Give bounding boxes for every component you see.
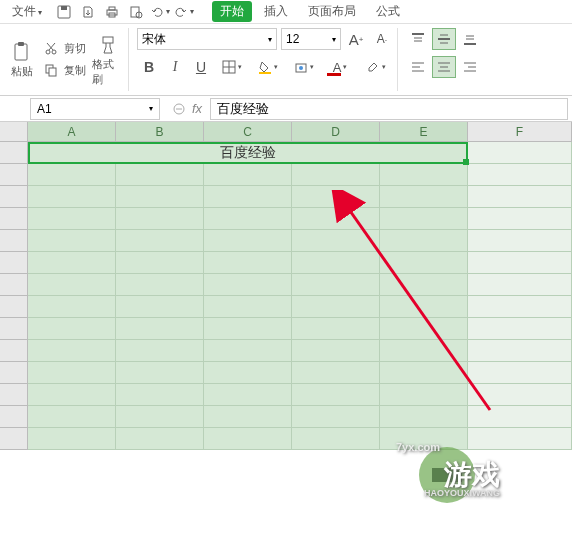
cell[interactable] [380,274,468,296]
cell[interactable] [204,318,292,340]
cell[interactable] [204,340,292,362]
cell[interactable] [380,230,468,252]
italic-button[interactable]: I [163,56,187,78]
font-name-select[interactable]: 宋体 ▾ [137,28,277,50]
cell[interactable] [292,296,380,318]
file-menu[interactable]: 文件▾ [4,1,50,22]
redo-icon[interactable]: ▾ [174,2,194,22]
row-header[interactable] [0,428,28,450]
copy-button[interactable]: 复制 [40,61,90,81]
cell[interactable] [468,362,572,384]
row-header[interactable] [0,274,28,296]
cell[interactable] [380,186,468,208]
align-middle-button[interactable] [432,28,456,50]
cell[interactable] [380,318,468,340]
cell[interactable] [468,142,572,164]
cell[interactable] [292,340,380,362]
col-header[interactable]: D [292,122,380,142]
cell[interactable] [116,296,204,318]
cell[interactable] [28,406,116,428]
row-header[interactable] [0,406,28,428]
cell[interactable] [116,230,204,252]
row-header[interactable] [0,318,28,340]
row-header[interactable] [0,384,28,406]
cell[interactable] [292,274,380,296]
cell[interactable] [116,406,204,428]
cell[interactable] [468,208,572,230]
underline-button[interactable]: U [189,56,213,78]
cell[interactable] [292,186,380,208]
row-header[interactable] [0,340,28,362]
cell[interactable] [28,318,116,340]
print-preview-icon[interactable] [126,2,146,22]
col-header[interactable]: B [116,122,204,142]
align-bottom-button[interactable] [458,28,482,50]
cell[interactable] [380,208,468,230]
cell[interactable] [204,296,292,318]
align-left-button[interactable] [406,56,430,78]
col-header[interactable]: F [468,122,572,142]
cell[interactable] [292,384,380,406]
highlight-button[interactable]: ▾ [359,56,393,78]
cells-area[interactable]: 百度经验 [28,142,572,450]
cell[interactable] [204,362,292,384]
cell[interactable] [116,252,204,274]
fx-label[interactable]: fx [192,101,202,116]
cell[interactable] [28,164,116,186]
cut-button[interactable]: 剪切 [40,39,90,59]
cell[interactable] [116,384,204,406]
cell[interactable] [116,164,204,186]
name-box[interactable]: A1 ▾ [30,98,160,120]
cell[interactable] [292,362,380,384]
cell[interactable] [380,164,468,186]
align-center-button[interactable] [432,56,456,78]
cell[interactable] [292,406,380,428]
merged-cell-a1[interactable]: 百度经验 [28,142,468,164]
export-icon[interactable] [78,2,98,22]
row-header[interactable] [0,164,28,186]
cell[interactable] [380,384,468,406]
tab-home[interactable]: 开始 [212,1,252,22]
cancel-icon[interactable] [172,102,186,116]
cell[interactable] [380,296,468,318]
cell[interactable] [116,362,204,384]
cell[interactable] [28,296,116,318]
col-header[interactable]: E [380,122,468,142]
cell[interactable] [204,186,292,208]
row-header[interactable] [0,208,28,230]
cell[interactable] [28,428,116,450]
tab-page-layout[interactable]: 页面布局 [300,1,364,22]
cell[interactable] [468,296,572,318]
align-right-button[interactable] [458,56,482,78]
undo-icon[interactable]: ▾ [150,2,170,22]
font-size-select[interactable]: 12 ▾ [281,28,341,50]
cell[interactable] [204,164,292,186]
formula-input[interactable]: 百度经验 [210,98,568,120]
col-header[interactable]: C [204,122,292,142]
cell[interactable] [468,230,572,252]
cell[interactable] [28,186,116,208]
cell[interactable] [468,252,572,274]
cell[interactable] [116,208,204,230]
cell[interactable] [468,164,572,186]
cell[interactable] [116,340,204,362]
cell[interactable] [204,274,292,296]
col-header[interactable]: A [28,122,116,142]
cell[interactable] [28,362,116,384]
cell[interactable] [468,274,572,296]
cell[interactable] [116,274,204,296]
cell[interactable] [28,208,116,230]
cell[interactable] [116,428,204,450]
row-header[interactable] [0,252,28,274]
row-header[interactable] [0,230,28,252]
cell[interactable] [468,340,572,362]
cell[interactable] [292,252,380,274]
cell[interactable] [204,208,292,230]
row-header[interactable] [0,362,28,384]
cell[interactable] [28,230,116,252]
cell[interactable] [204,252,292,274]
cell[interactable] [204,230,292,252]
tab-formula[interactable]: 公式 [368,1,408,22]
cell[interactable] [468,318,572,340]
cell[interactable] [468,186,572,208]
